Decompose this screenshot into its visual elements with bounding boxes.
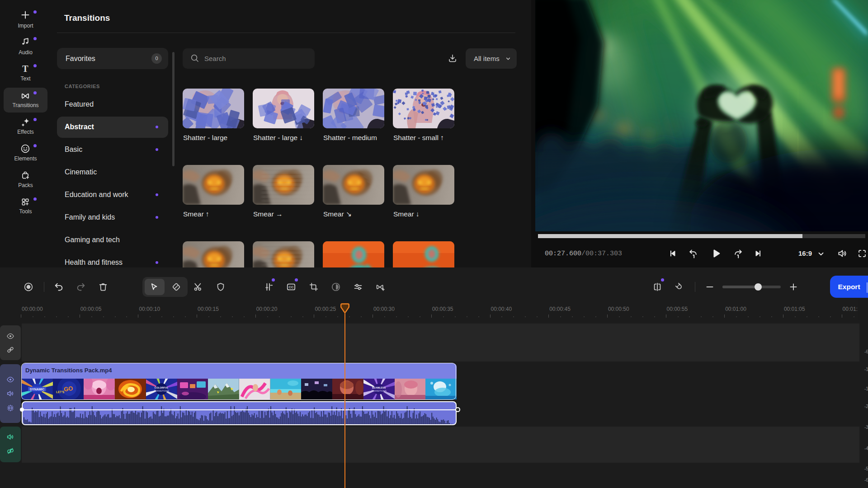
- svg-text:SEAMLESS: SEAMLESS: [372, 386, 386, 389]
- svg-text:DYNAMIC: DYNAMIC: [30, 388, 45, 391]
- svg-text:CC: CC: [289, 285, 294, 289]
- svg-text:TRANSITIONS: TRANSITIONS: [371, 389, 387, 392]
- svg-text:TRANSITIONS: TRANSITIONS: [154, 389, 169, 392]
- svg-text:GO: GO: [63, 385, 73, 393]
- svg-text:T: T: [22, 64, 28, 74]
- svg-text:LET'S: LET'S: [56, 390, 65, 394]
- svg-text:COLORFUL: COLORFUL: [155, 386, 169, 389]
